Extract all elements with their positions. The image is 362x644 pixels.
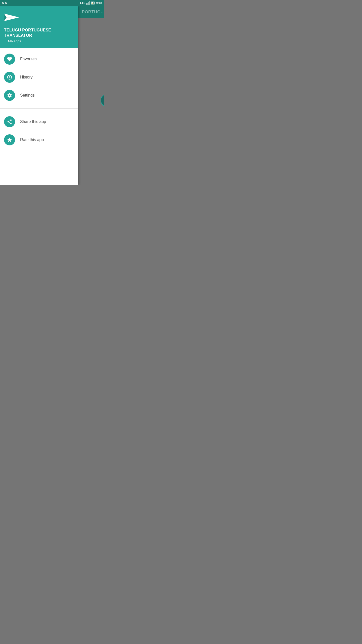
main-header: PORTUGUESE xyxy=(78,6,104,18)
drawer-menu-secondary: Share this app Rate this app xyxy=(0,111,78,151)
gear-icon xyxy=(7,93,12,98)
drawer-header: TELUGU PORTUGUESE TRANSLATOR TTMA Apps xyxy=(0,6,78,48)
menu-item-favorites[interactable]: Favorites xyxy=(0,50,78,68)
time-display: 9:18 xyxy=(96,1,102,5)
developer-name: TTMA Apps xyxy=(4,39,74,43)
share-label: Share this app xyxy=(20,119,46,124)
main-body xyxy=(78,18,104,185)
favorites-label: Favorites xyxy=(20,57,37,61)
clock-icon xyxy=(7,74,12,80)
translate-fab[interactable] xyxy=(101,94,104,107)
notif-icon-2: N xyxy=(5,2,7,5)
app-container: TELUGU PORTUGUESE TRANSLATOR TTMA Apps F… xyxy=(0,6,104,185)
notification-icons: N N xyxy=(2,2,7,5)
battery-icon: ⚡ xyxy=(91,2,95,5)
svg-marker-0 xyxy=(86,3,87,5)
menu-item-settings[interactable]: Settings xyxy=(0,86,78,104)
share-icon xyxy=(7,119,12,125)
lte-indicator: LTE xyxy=(80,1,85,5)
main-content-panel: PORTUGUESE xyxy=(78,6,104,185)
status-right: LTE ⚡ 9:18 xyxy=(80,1,102,5)
svg-text:⚡: ⚡ xyxy=(92,2,94,4)
star-icon xyxy=(7,137,12,143)
menu-item-share[interactable]: Share this app xyxy=(0,113,78,131)
settings-label: Settings xyxy=(20,93,35,98)
menu-item-history[interactable]: History xyxy=(0,68,78,86)
rate-icon-circle xyxy=(4,134,15,145)
app-logo xyxy=(4,11,74,25)
app-title: TELUGU PORTUGUESE TRANSLATOR xyxy=(4,28,74,38)
history-icon-circle xyxy=(4,72,15,83)
main-language-title: PORTUGUESE xyxy=(82,10,104,14)
menu-item-rate[interactable]: Rate this app xyxy=(0,131,78,149)
svg-rect-4 xyxy=(95,3,95,4)
drawer-menu-primary: Favorites History Settings xyxy=(0,48,78,106)
heart-icon xyxy=(7,56,12,62)
navigation-drawer: TELUGU PORTUGUESE TRANSLATOR TTMA Apps F… xyxy=(0,6,78,185)
logo-icon xyxy=(4,11,19,24)
settings-icon-circle xyxy=(4,90,15,101)
rate-label: Rate this app xyxy=(20,138,44,142)
favorites-icon-circle xyxy=(4,54,15,65)
signal-icon xyxy=(86,1,90,5)
svg-marker-2 xyxy=(89,1,90,5)
menu-divider xyxy=(0,108,78,109)
history-label: History xyxy=(20,75,33,79)
share-icon-circle xyxy=(4,116,15,127)
status-bar: N N LTE ⚡ 9:18 xyxy=(0,0,104,6)
notif-icon-1: N xyxy=(2,2,4,5)
svg-marker-1 xyxy=(88,2,89,5)
